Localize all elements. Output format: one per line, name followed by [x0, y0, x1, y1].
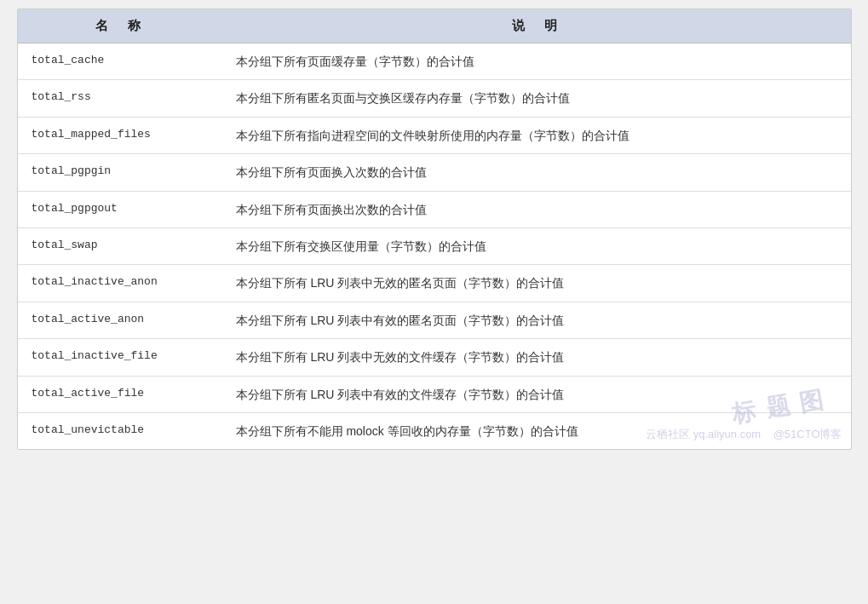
cell-name: total_mapped_files: [18, 117, 222, 153]
column-header-description: 说 明: [222, 9, 851, 43]
cell-name: total_pgpgout: [18, 191, 222, 227]
cell-name: total_active_file: [18, 376, 222, 412]
cell-name: total_cache: [18, 43, 222, 80]
table-row: total_cache本分组下所有页面缓存量（字节数）的合计值: [18, 43, 851, 80]
cell-description: 本分组下所有 LRU 列表中有效的匿名页面（字节数）的合计值: [222, 302, 851, 338]
table-header-row: 名 称 说 明: [18, 9, 851, 43]
table-row: total_mapped_files本分组下所有指向进程空间的文件映射所使用的内…: [18, 117, 851, 153]
cell-description: 本分组下所有页面缓存量（字节数）的合计值: [222, 43, 851, 80]
cell-description: 本分组下所有指向进程空间的文件映射所使用的内存量（字节数）的合计值: [222, 117, 851, 153]
table-row: total_inactive_file本分组下所有 LRU 列表中无效的文件缓存…: [18, 339, 851, 376]
cell-description: 本分组下所有 LRU 列表中无效的匿名页面（字节数）的合计值: [222, 265, 851, 302]
table-row: total_inactive_anon本分组下所有 LRU 列表中无效的匿名页面…: [18, 265, 851, 302]
cell-name: total_inactive_file: [18, 339, 222, 376]
table-row: total_active_anon本分组下所有 LRU 列表中有效的匿名页面（字…: [18, 302, 851, 338]
cell-description: 本分组下所有 LRU 列表中无效的文件缓存（字节数）的合计值: [222, 339, 851, 376]
table-row: total_pgpgin本分组下所有页面换入次数的合计值: [18, 154, 851, 191]
cell-name: total_active_anon: [18, 302, 222, 338]
cell-name: total_inactive_anon: [18, 265, 222, 302]
table-row: total_unevictable本分组下所有不能用 molock 等回收的内存…: [18, 412, 851, 449]
cell-name: total_rss: [18, 80, 222, 117]
table-row: total_swap本分组下所有交换区使用量（字节数）的合计值: [18, 227, 851, 264]
table-row: total_rss本分组下所有匿名页面与交换区缓存内存量（字节数）的合计值: [18, 80, 851, 117]
cell-description: 本分组下所有页面换出次数的合计值: [222, 191, 851, 227]
cell-description: 本分组下所有 LRU 列表中有效的文件缓存（字节数）的合计值: [222, 376, 851, 412]
cell-name: total_swap: [18, 227, 222, 264]
table-row: total_pgpgout本分组下所有页面换出次数的合计值: [18, 191, 851, 227]
cell-name: total_unevictable: [18, 412, 222, 449]
cell-description: 本分组下所有交换区使用量（字节数）的合计值: [222, 227, 851, 264]
cell-description: 本分组下所有页面换入次数的合计值: [222, 154, 851, 191]
cell-description: 本分组下所有匿名页面与交换区缓存内存量（字节数）的合计值: [222, 80, 851, 117]
table-row: total_active_file本分组下所有 LRU 列表中有效的文件缓存（字…: [18, 376, 851, 412]
cell-name: total_pgpgin: [18, 154, 222, 191]
main-table-wrapper: 名 称 说 明 total_cache本分组下所有页面缓存量（字节数）的合计值t…: [17, 9, 852, 450]
data-table: 名 称 说 明 total_cache本分组下所有页面缓存量（字节数）的合计值t…: [18, 9, 851, 449]
column-header-name: 名 称: [18, 9, 222, 43]
cell-description: 本分组下所有不能用 molock 等回收的内存量（字节数）的合计值: [222, 412, 851, 449]
